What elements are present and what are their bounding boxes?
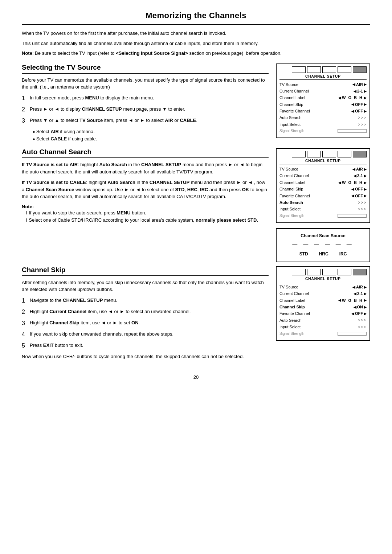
diag3-value-favorite-channel: ◀ OFF ▶ (351, 311, 367, 316)
title-divider (22, 24, 370, 25)
diag3-row-favorite-channel: Favorite Channel ◀ OFF ▶ (279, 311, 367, 316)
diag3-label-signal-strength: Signal Strength (279, 331, 304, 336)
diag2-value-channel-label: ◀ W G B H ▶ (338, 180, 367, 185)
diag2-row-favorite-channel: Favorite Channel ◀ OFF ▶ (279, 193, 367, 199)
channel-skip-step-3-text: Highlight Channel Skip item, use ◄ or ► … (30, 319, 140, 328)
diag3-row-current-channel: Current Channel ◀ 2-1 ▶ (279, 291, 367, 296)
auto-search-note: Note: If you want to stop the auto-searc… (22, 204, 269, 225)
diag1-label-channel-skip: Channel Skip (279, 102, 351, 107)
selecting-tv-source-intro: Before your TV can memorize the availabl… (22, 77, 269, 91)
diag2-row-current-channel: Current Channel ◀ 2-1 ▶ (279, 173, 367, 178)
diag2-row-signal-strength: Signal Strength (279, 213, 367, 218)
diag3-label-input-select: Input Select (279, 324, 358, 330)
intro-line1: When the TV powers on for the first time… (22, 30, 370, 37)
diag3-label-auto-search: Auto Search (279, 318, 358, 323)
diag1-row-favorite-channel: Favorite Channel ◀ OFF ▶ (279, 108, 367, 114)
diag2-value-favorite-channel: ◀ OFF ▶ (351, 193, 367, 199)
scan-option-hrc: HRC (319, 251, 328, 257)
channel-skip-step-4-num: 4 (22, 330, 28, 339)
channel-skip-step-2: 2 Highlight Current Channel item, use ◄ … (22, 308, 269, 316)
scan-option-std: STD (299, 251, 308, 257)
top-bar2-seg-4 (338, 151, 351, 157)
note-item-2: Select one of Cable STD/HRC/IRC accordin… (26, 217, 269, 224)
top-bar2-seg-2 (307, 151, 321, 157)
diag2-label-signal-strength: Signal Strength (279, 213, 304, 218)
diag2-row-channel-skip: Channel Skip ◀ OFF ▶ (279, 186, 367, 192)
diag2-label-favorite-channel: Favorite Channel (279, 193, 351, 199)
diag1-label-channel-label: Channel Label (279, 95, 338, 100)
diag1-label-current-channel: Current Channel (279, 89, 354, 94)
channel-setup-diagram-2: CHANNEL SETUP TV Source ◀ AIR ▶ Current … (276, 148, 370, 223)
channel-skip-step-2-text: Highlight Current Channel item, use ◄ or… (30, 308, 191, 316)
diag3-label-current-channel: Current Channel (279, 291, 354, 296)
diag1-row-current-channel: Current Channel ◀ 2-1 ▶ (279, 89, 367, 94)
diag2-value-channel-skip: ◀ OFF ▶ (351, 186, 367, 192)
diag1-label-signal-strength: Signal Strength (279, 128, 304, 134)
diagram1-title: CHANNEL SETUP (279, 74, 367, 80)
channel-skip-text: Channel Skip After setting channels into… (22, 266, 269, 364)
step-1: 1 In full screen mode, press MENU to dis… (22, 94, 269, 103)
intro-line2: This unit can automatically find all cha… (22, 40, 370, 47)
diag1-row-input-select: Input Select >>> (279, 122, 367, 127)
diag2-row-input-select: Input Select >>> (279, 206, 367, 212)
diag2-label-channel-skip: Channel Skip (279, 186, 351, 192)
diag2-row-channel-label: Channel Label ◀ W G B H ▶ (279, 180, 367, 185)
diag1-row-tv-source: TV Source ◀ AIR ▶ (279, 82, 367, 87)
diag1-row-channel-label: Channel Label ◀ W G B H ▶ (279, 95, 367, 100)
step-2-num: 2 (22, 105, 28, 114)
diag3-row-tv-source: TV Source ◀ AIR ▶ (279, 284, 367, 290)
step-1-text: In full screen mode, press MENU to displ… (30, 94, 154, 103)
diag2-value-tv-source: ◀ AIR ▶ (352, 167, 367, 172)
auto-search-note-list: If you want to stop the auto-search, pre… (22, 209, 269, 225)
diag2-label-channel-label: Channel Label (279, 180, 338, 185)
diag2-value-current-channel: ◀ 2-1 ▶ (354, 173, 367, 178)
diag1-row-auto-search: Auto Search >>> (279, 115, 367, 120)
diag1-value-current-channel: ◀ 2-1 ▶ (354, 89, 367, 94)
diag2-label-input-select: Input Select (279, 206, 358, 212)
selecting-tv-source-text: Selecting the TV Source Before your TV c… (22, 63, 269, 145)
diag3-row-input-select: Input Select >>> (279, 324, 367, 330)
channel-skip-step-3: 3 Highlight Channel Skip item, use ◄ or … (22, 319, 269, 328)
diag3-row-signal-strength: Signal Strength (279, 331, 367, 336)
channel-skip-section: Channel Skip After setting channels into… (22, 266, 370, 364)
top-bar-seg-4 (338, 66, 351, 73)
channel-skip-steps: 1 Navigate to the CHANNEL SETUP menu. 2 … (22, 297, 269, 350)
diagram3-title: CHANNEL SETUP (279, 277, 367, 282)
step-2: 2 Press ► or ◄ to display CHANNEL SETUP … (22, 106, 269, 114)
top-bar2-seg-3 (322, 151, 336, 157)
diagram-col-2: CHANNEL SETUP TV Source ◀ AIR ▶ Current … (276, 148, 370, 262)
top-bar-3 (279, 269, 367, 275)
diag2-label-tv-source: TV Source (279, 167, 352, 172)
diag1-row-signal-strength: Signal Strength (279, 128, 367, 134)
top-bar-seg-1 (292, 66, 306, 73)
channel-scan-options: STD HRC IRC (282, 251, 364, 257)
top-bar-1 (279, 66, 367, 73)
top-bar3-seg-1 (292, 269, 306, 275)
diag1-value-input-select: >>> (358, 122, 367, 127)
top-bar3-seg-3 (322, 269, 336, 275)
channel-skip-step-3-num: 3 (22, 319, 28, 328)
diag3-value-channel-label: ◀ W G B H ▶ (338, 298, 367, 303)
channel-setup-diagram-3: CHANNEL SETUP TV Source ◀ AIR ▶ Current … (276, 266, 370, 341)
diag3-value-input-select: >>> (358, 325, 367, 330)
diag2-label-auto-search: Auto Search (279, 200, 358, 205)
channel-skip-step-4: 4 If you want to skip other unwanted cha… (22, 331, 269, 339)
selecting-tv-source-heading: Selecting the TV Source (22, 63, 269, 74)
step-3-text: Press ▼ or ▲ to select TV Source item, p… (30, 117, 197, 125)
channel-skip-step-4-text: If you want to skip other unwanted chann… (30, 331, 173, 339)
channel-scan-title: Channel Scan Source (282, 233, 364, 238)
intro-note: Note: Be sure to select the TV input (re… (22, 50, 370, 57)
channel-skip-heading: Channel Skip (22, 266, 269, 276)
diag2-row-auto-search: Auto Search >>> (279, 200, 367, 205)
diag3-row-channel-skip: Channel Skip ◀ ON ▶ (279, 304, 367, 310)
channel-skip-step-1-num: 1 (22, 296, 28, 305)
diag1-label-favorite-channel: Favorite Channel (279, 108, 351, 114)
diag1-value-tv-source: ◀ AIR ▶ (352, 82, 367, 87)
top-bar-seg-5 (353, 66, 367, 73)
top-bar3-seg-5 (353, 269, 367, 275)
channel-skip-step-5-num: 5 (22, 341, 28, 350)
diag2-label-current-channel: Current Channel (279, 173, 354, 178)
diag1-label-auto-search: Auto Search (279, 115, 358, 120)
diagram-col-3: CHANNEL SETUP TV Source ◀ AIR ▶ Current … (276, 266, 370, 364)
top-bar-2 (279, 151, 367, 157)
